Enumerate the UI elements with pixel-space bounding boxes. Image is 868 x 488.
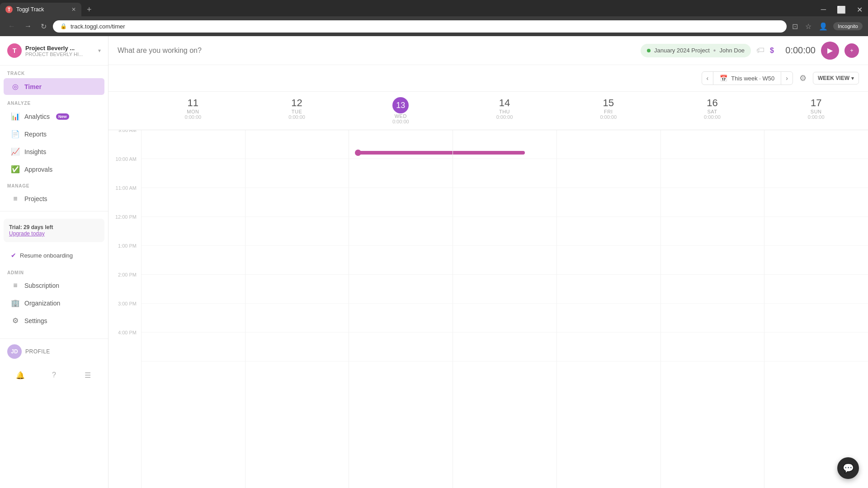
- day-total-time: 0:00:00: [245, 114, 349, 120]
- organization-icon: 🏢: [11, 299, 20, 307]
- day-col-thu[interactable]: [453, 130, 557, 488]
- cast-icon[interactable]: ⊡: [790, 20, 800, 33]
- calendar-settings-button[interactable]: ⚙: [797, 70, 809, 86]
- day-col-mon[interactable]: [141, 130, 245, 488]
- back-button[interactable]: ←: [5, 20, 18, 32]
- tab-title: Toggl Track: [16, 6, 68, 13]
- resume-icon: ✔: [11, 252, 16, 259]
- day-col-wed[interactable]: [349, 130, 453, 488]
- lock-icon: 🔒: [60, 23, 67, 29]
- day-header-tue: 12 TUE 0:00:00: [245, 92, 349, 130]
- day-name: WED: [349, 113, 453, 119]
- day-name: MON: [141, 109, 245, 114]
- favicon: T: [5, 6, 13, 13]
- incognito-badge: Incognito: [833, 22, 863, 30]
- time-column: 9:00 AM 10:00 AM 11:00 AM 12:00 PM 1:00 …: [108, 130, 141, 488]
- analytics-label: Analytics: [24, 113, 50, 120]
- chat-button[interactable]: 💬: [837, 457, 859, 479]
- calendar-area: 11 MON 0:00:00 12 TUE 0:00:00 13 WED 0:0…: [108, 92, 868, 488]
- day-col-fri[interactable]: [557, 130, 660, 488]
- timer-icon: ◎: [11, 82, 20, 91]
- main-content: January 2024 Project • John Doe 🏷 $ 0:00…: [108, 36, 868, 488]
- browser-tab[interactable]: T Toggl Track ✕: [0, 3, 81, 16]
- billable-icon[interactable]: $: [770, 47, 774, 55]
- day-total-time: 0:00:00: [141, 114, 245, 120]
- sidebar-item-projects[interactable]: ≡ Projects: [4, 191, 104, 207]
- day-number-today: 13: [392, 97, 409, 113]
- search-input[interactable]: [118, 47, 633, 55]
- project-name: Project Beverly ...: [25, 45, 94, 52]
- sidebar-item-reports[interactable]: 📄 Reports: [4, 126, 104, 142]
- day-header-wed: 13 WED 0:00:00: [349, 92, 453, 130]
- refresh-button[interactable]: ↻: [38, 20, 49, 33]
- next-week-button[interactable]: ›: [781, 72, 793, 84]
- profile-section[interactable]: JD PROFILE: [0, 338, 108, 364]
- resume-onboarding-button[interactable]: ✔ Resume onboarding: [4, 248, 104, 263]
- day-col-sun[interactable]: [764, 130, 868, 488]
- prev-week-button[interactable]: ‹: [702, 72, 713, 84]
- top-bar: January 2024 Project • John Doe 🏷 $ 0:00…: [108, 36, 868, 65]
- day-name: FRI: [557, 109, 660, 114]
- menu-icon[interactable]: ☰: [80, 368, 95, 382]
- help-icon[interactable]: ?: [47, 368, 61, 382]
- sidebar-item-organization[interactable]: 🏢 Organization: [4, 295, 104, 311]
- timer-display: 0:00:00: [779, 45, 816, 56]
- day-number: 12: [245, 97, 349, 109]
- sidebar: T Project Beverly ... PROJECT BEVERLY HI…: [0, 36, 108, 488]
- day-name: SUN: [764, 109, 868, 114]
- bookmark-icon[interactable]: ☆: [803, 20, 813, 33]
- day-total-time: 0:00:00: [557, 114, 660, 120]
- notification-bell-icon[interactable]: 🔔: [13, 368, 28, 382]
- subscription-label: Subscription: [24, 282, 59, 289]
- person-name: John Doe: [719, 47, 745, 54]
- manage-section-label: MANAGE: [0, 178, 108, 190]
- close-button[interactable]: ✕: [851, 3, 868, 16]
- day-total-time: 0:00:00: [764, 114, 868, 120]
- sidebar-item-settings[interactable]: ⚙ Settings: [4, 312, 104, 329]
- profile-icon[interactable]: 👤: [817, 20, 830, 33]
- sidebar-item-analytics[interactable]: 📊 Analytics New: [4, 108, 104, 125]
- reports-label: Reports: [24, 131, 47, 138]
- url-bar[interactable]: 🔒 track.toggl.com/timer: [53, 20, 787, 33]
- chevron-down-icon: ▾: [98, 47, 101, 54]
- timer-label: Timer: [24, 83, 42, 90]
- time-slot: 11:00 AM: [108, 188, 141, 217]
- project-pill[interactable]: January 2024 Project • John Doe: [641, 44, 751, 57]
- new-tab-button[interactable]: +: [83, 5, 95, 14]
- forward-button[interactable]: →: [22, 20, 34, 32]
- resume-label: Resume onboarding: [20, 252, 73, 259]
- time-slot: 10:00 AM: [108, 159, 141, 188]
- analyze-section-label: ANALYZE: [0, 95, 108, 108]
- reports-icon: 📄: [11, 130, 20, 138]
- insights-label: Insights: [24, 148, 46, 155]
- project-info: Project Beverly ... PROJECT BEVERLY HI..…: [25, 45, 94, 57]
- calendar-icon: 📅: [720, 75, 727, 82]
- sidebar-item-insights[interactable]: 📈 Insights: [4, 143, 104, 160]
- time-slot: 3:00 PM: [108, 304, 141, 333]
- tag-icon[interactable]: 🏷: [756, 46, 764, 55]
- minimize-button[interactable]: ─: [816, 3, 831, 16]
- day-header-mon: 11 MON 0:00:00: [141, 92, 245, 130]
- day-total-time: 0:00:00: [349, 119, 453, 124]
- day-name: THU: [453, 109, 557, 114]
- day-col-sat[interactable]: [660, 130, 764, 488]
- play-button[interactable]: ▶: [821, 42, 839, 60]
- approvals-label: Approvals: [24, 166, 52, 173]
- sidebar-header[interactable]: T Project Beverly ... PROJECT BEVERLY HI…: [0, 36, 108, 66]
- view-toggle-button[interactable]: WEEK VIEW ▾: [813, 72, 859, 84]
- sidebar-item-approvals[interactable]: ✅ Approvals: [4, 161, 104, 178]
- day-name: TUE: [245, 109, 349, 114]
- tab-close-icon[interactable]: ✕: [71, 6, 76, 13]
- day-number: 14: [453, 97, 557, 109]
- time-slot: 4:00 PM: [108, 333, 141, 361]
- sidebar-item-subscription[interactable]: ≡ Subscription: [4, 277, 104, 294]
- project-subtitle: PROJECT BEVERLY HI...: [25, 52, 94, 57]
- day-header-sun: 17 SUN 0:00:00: [764, 92, 868, 130]
- sidebar-item-timer[interactable]: ◎ Timer: [4, 78, 104, 95]
- day-col-tue[interactable]: [245, 130, 349, 488]
- profile-label: PROFILE: [25, 348, 50, 355]
- time-slot: 12:00 PM: [108, 217, 141, 246]
- upgrade-link[interactable]: Upgrade today: [9, 230, 99, 237]
- restore-button[interactable]: ⬜: [831, 3, 851, 16]
- more-options-button[interactable]: +: [844, 43, 859, 58]
